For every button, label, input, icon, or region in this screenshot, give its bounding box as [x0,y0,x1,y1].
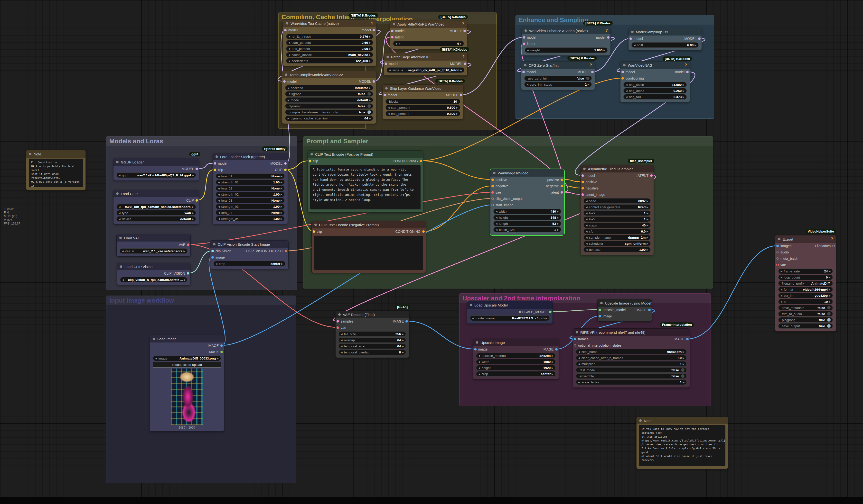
badge-gguf: gguf [189,152,200,156]
badge-tiled-ksampler: tiled_ksampler [628,159,654,163]
stat-line: FPS: 166.67 [4,222,20,225]
badges-layer: [BETA] KJNodes[BETA] KJNodes[BETA] KJNod… [0,0,863,504]
badge--beta-kjnodes: [BETA] KJNodes [663,56,692,61]
badge--beta-kjnodes: [BETA] KJNodes [438,15,468,19]
stat-line: T: 0.00s [4,207,20,211]
badge--beta-kjnodes: [BETA] KJNodes [567,56,597,61]
stat-line: V: 527 [4,218,20,222]
stat-line: M: 28 (28) [4,215,20,218]
stat-line: F: 0 [4,211,20,215]
badge--beta-kjnodes: [BETA] KJNodes [440,47,469,52]
badge--beta-: [BETA] [395,305,410,309]
badge-videohelpersuite: VideoHelperSuite [805,229,836,234]
performance-stats: T: 0.00sF: 0M: 28 (28)V: 527FPS: 166.67 [4,207,20,225]
node-graph-canvas[interactable]: Compiling, Cache InternInterpolarationEn… [0,0,863,504]
badge-rgthree-comfy: rgthree-comfy [262,146,288,151]
badge--beta-kjnodes: [BETA] KJNodes [583,21,613,26]
badge--beta-kjnodes: [BETA] KJNodes [349,13,378,18]
bottom-bar [0,497,863,504]
badge-frame-interpolation: Frame-Interpolation [660,322,694,327]
badge--beta-kjnodes: [BETA] KJNodes [435,79,465,83]
